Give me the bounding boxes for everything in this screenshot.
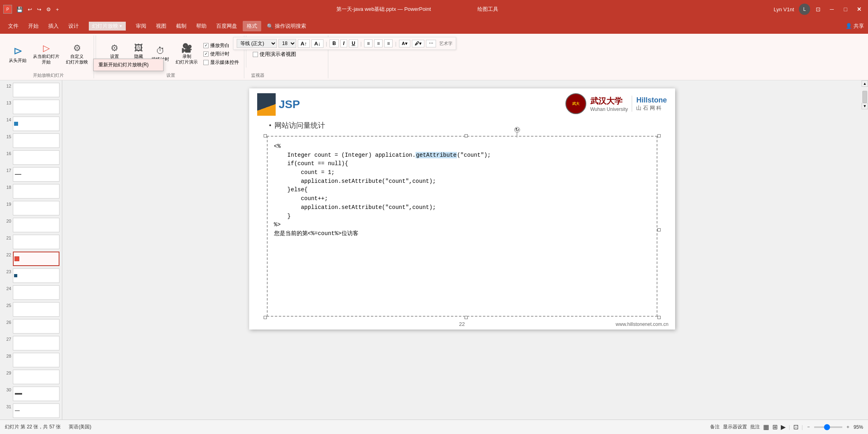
record-slideshow-btn[interactable]: 🎥 录制幻灯片演示 [173, 41, 200, 67]
restart-slideshow-item[interactable]: 重新开始幻灯片放映(R) [94, 59, 163, 71]
slide-thumb-31[interactable]: 31 [2, 403, 60, 419]
font-name-select[interactable]: 等线 (正文) [237, 39, 277, 48]
scroll-thumb[interactable] [862, 91, 867, 103]
zoom-value: 95% [854, 424, 863, 430]
from-current-btn[interactable]: ▷ 从当前幻灯片开始 [31, 41, 62, 67]
menu-capture[interactable]: 截制 [172, 21, 190, 31]
menu-file[interactable]: 文件 [4, 21, 23, 31]
slide-thumb-14[interactable]: 14 [2, 116, 60, 132]
minimize-btn[interactable]: ─ [826, 4, 837, 15]
slide-thumb-27[interactable]: 27 [2, 335, 60, 351]
add-qa-btn[interactable]: + [54, 6, 61, 13]
right-scrollbar[interactable]: ▲ ▼ [862, 80, 868, 420]
content-area: 12 13 14 15 16 17 [0, 80, 868, 420]
slide-thumb-25[interactable]: 25 [2, 301, 60, 317]
maximize-btn[interactable]: □ [840, 4, 851, 15]
menu-help[interactable]: 帮助 [192, 21, 211, 31]
slide-thumb-12[interactable]: 12 [2, 82, 60, 98]
slide-thumb-22[interactable]: 22 [2, 251, 60, 267]
slide-thumb-26[interactable]: 26 [2, 318, 60, 334]
undo-btn[interactable]: ↩ [26, 6, 34, 13]
view-slideshow-btn[interactable]: ▶ [781, 423, 786, 431]
slide-thumb-17[interactable]: 17 [2, 166, 60, 182]
align-left-btn[interactable]: ≡ [364, 39, 373, 47]
presenter-view-checkbox[interactable] [253, 52, 258, 57]
use-timings-checkbox[interactable] [203, 51, 209, 57]
share-btn[interactable]: 👤 共享 [845, 23, 864, 30]
slide-thumb-29[interactable]: 29 [2, 369, 60, 385]
view-normal-btn[interactable]: ▦ [763, 423, 769, 431]
text-highlight-btn[interactable]: 🖊▾ [412, 40, 424, 47]
redo-btn[interactable]: ↪ [35, 6, 43, 13]
slide-thumb-18[interactable]: 18 [2, 183, 60, 199]
handle-br[interactable] [657, 316, 661, 319]
menu-view[interactable]: 视图 [152, 21, 170, 31]
slide-thumb-20[interactable]: 20 [2, 217, 60, 233]
slide-thumb-19[interactable]: 19 [2, 200, 60, 216]
whu-text-area: 武汉大学 Wuhan University [590, 96, 628, 112]
handle-mr[interactable] [657, 228, 661, 231]
compact-mode-btn[interactable]: ⊡ [813, 4, 824, 15]
zoom-in-btn[interactable]: ＋ [845, 424, 850, 430]
fit-slide-btn[interactable]: ⊡ [793, 423, 798, 431]
font-size-select[interactable]: 18 [278, 39, 296, 48]
text-color-btn[interactable]: A▾ [399, 40, 410, 47]
group-label-settings: 设置 [166, 71, 175, 78]
slide-thumb-23[interactable]: 23 [2, 268, 60, 284]
notes-btn[interactable]: 备注 [710, 424, 720, 430]
playback-narration-checkbox[interactable] [203, 43, 209, 48]
code-line-3: if(count == null){ [274, 160, 650, 168]
align-center-btn[interactable]: ≡ [374, 39, 383, 47]
scroll-down-btn[interactable]: ▼ [862, 103, 868, 109]
jsp-logo-container: JSP [257, 93, 300, 116]
from-beginning-label: 从头开始 [9, 57, 27, 63]
code-line-2: Integer count = (Integer) application.ge… [274, 151, 650, 160]
zoom-out-btn[interactable]: － [806, 424, 811, 430]
bold-btn[interactable]: B [330, 39, 339, 47]
save-btn[interactable]: 💾 [14, 6, 25, 13]
slide-canvas[interactable]: JSP 武大 武汉大学 Wuhan University Hillstone 山… [249, 88, 675, 330]
menu-format[interactable]: 格式 [243, 21, 261, 31]
rehearse-icon: ⏱ [156, 46, 165, 56]
slide-thumb-13[interactable]: 13 [2, 99, 60, 115]
slide-thumb-21[interactable]: 21 [2, 234, 60, 250]
menu-baidu[interactable]: 百度网盘 [212, 21, 241, 31]
menu-insert[interactable]: 插入 [44, 21, 63, 31]
zoom-slider[interactable] [814, 426, 842, 428]
slide-thumb-30[interactable]: 30 [2, 386, 60, 402]
menu-slideshow[interactable]: 幻灯片放映 ▼ [84, 20, 130, 33]
code-line-7: count++; [274, 194, 650, 203]
whu-logo: 武大 [565, 93, 586, 114]
decrease-font-btn[interactable]: A↓ [311, 39, 323, 48]
scroll-up-btn[interactable]: ▲ [862, 80, 868, 87]
view-reading-btn[interactable]: ⊞ [772, 423, 778, 431]
increase-font-btn[interactable]: A↑ [298, 39, 310, 48]
handle-bl[interactable] [264, 316, 267, 319]
from-beginning-btn[interactable]: ⊳ 从头开始 [6, 43, 29, 65]
slide-thumb-16[interactable]: 16 [2, 149, 60, 166]
slide-thumb-15[interactable]: 15 [2, 133, 60, 149]
menu-review[interactable]: 审阅 [132, 21, 150, 31]
display-settings-btn[interactable]: 显示器设置 [723, 424, 747, 430]
user-avatar[interactable]: L [799, 4, 810, 15]
close-btn[interactable]: ✕ [854, 4, 865, 15]
handle-tl[interactable] [264, 134, 267, 137]
slide-panel[interactable]: 12 13 14 15 16 17 [0, 80, 62, 420]
more-format-btn[interactable]: ⋯ [426, 40, 436, 47]
italic-btn[interactable]: I [340, 39, 347, 47]
menu-search[interactable]: 🔍操作说明搜索 [263, 21, 310, 31]
slide-thumb-24[interactable]: 24 [2, 285, 60, 301]
align-right-btn[interactable]: ≡ [384, 39, 393, 47]
custom-slideshow-btn[interactable]: ⚙ 自定义幻灯片放映 [63, 41, 90, 67]
customize-qa-btn[interactable]: ⚙ [44, 6, 53, 13]
menu-design[interactable]: 设计 [64, 21, 83, 31]
handle-tr[interactable] [657, 134, 661, 137]
comments-btn[interactable]: 批注 [750, 424, 760, 430]
underline-btn[interactable]: U [349, 39, 358, 47]
show-media-checkbox[interactable] [203, 60, 209, 65]
menu-home[interactable]: 开始 [24, 21, 43, 31]
slideshow-tab-btn[interactable]: 幻灯片放映 ▼ [88, 21, 126, 31]
slide-thumb-28[interactable]: 28 [2, 352, 60, 368]
code-textbox[interactable]: <% Integer count = (Integer) application… [267, 136, 657, 317]
bullet-text: 网站访问量统计 [274, 121, 325, 130]
